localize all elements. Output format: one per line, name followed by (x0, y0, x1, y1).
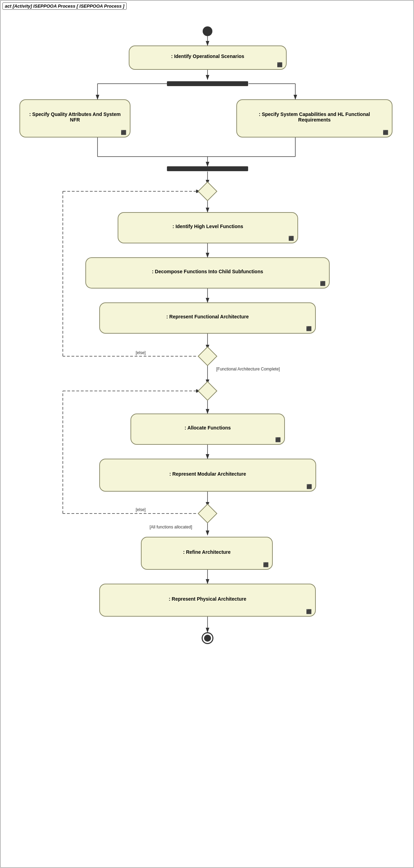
activity-allocate[interactable]: : Allocate Functions ⬛ (130, 414, 285, 445)
decompose-icon-5: ⬛ (320, 281, 326, 286)
fork-bar-1 (167, 81, 248, 86)
decompose-icon-4: ⬛ (288, 236, 294, 241)
decompose-icon-7: ⬛ (275, 437, 281, 442)
decompose-icon-2: ⬛ (121, 130, 126, 135)
decompose-icon-6: ⬛ (306, 326, 312, 331)
decompose-icon-10: ⬛ (306, 609, 312, 614)
diagram-container: act [Activity] ISEPPOOA Process [ ISEPPO… (0, 0, 414, 868)
diagram-title: act [Activity] ISEPPOOA Process [ ISEPPO… (2, 2, 127, 10)
guard-else-2: [else] (136, 507, 146, 512)
final-node (202, 632, 213, 644)
join-bar-1 (167, 166, 248, 171)
decompose-icon-1: ⬛ (277, 62, 282, 67)
decompose-icon-8: ⬛ (306, 484, 312, 489)
decompose-icon-3: ⬛ (383, 130, 388, 135)
guard-else-1: [else] (136, 350, 146, 355)
activity-specify-capabilities[interactable]: : Specify System Capabilities and HL Fun… (236, 99, 392, 137)
initial-node (203, 26, 212, 36)
activity-specify-quality[interactable]: : Specify Quality Attributes And System … (19, 99, 130, 137)
activity-identify-functions[interactable]: : Identify High Level Functions ⬛ (118, 212, 298, 243)
activity-represent-physical[interactable]: : Represent Physical Architecture ⬛ (99, 584, 316, 617)
activity-refine[interactable]: : Refine Architecture ⬛ (141, 537, 273, 570)
activity-represent-functional[interactable]: : Represent Functional Architecture ⬛ (99, 302, 316, 334)
decompose-icon-9: ⬛ (263, 562, 269, 567)
decision-1 (198, 182, 218, 201)
guard-functional-complete: [Functional Architecture Complete] (216, 367, 280, 372)
decision-3 (198, 381, 218, 401)
final-node-inner (204, 635, 211, 642)
activity-identify-scenarios[interactable]: : Identify Operational Scenarios ⬛ (129, 45, 287, 70)
activity-decompose[interactable]: : Decompose Functions Into Child Subfunc… (85, 257, 330, 289)
guard-all-allocated: [All functions allocated] (150, 525, 192, 529)
activity-represent-modular[interactable]: : Represent Modular Architecture ⬛ (99, 459, 316, 492)
decision-2 (198, 347, 218, 366)
decision-4 (198, 504, 218, 524)
